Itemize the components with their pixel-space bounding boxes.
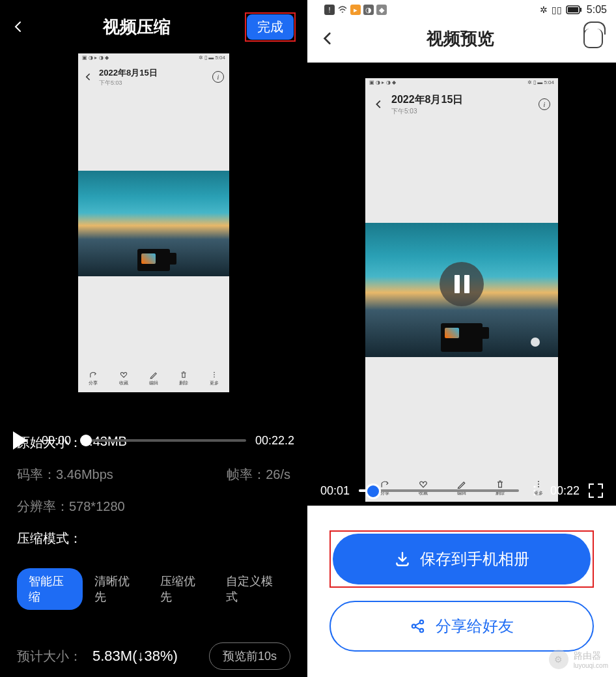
- duration: 00:22.2: [255, 434, 294, 448]
- share-icon: [410, 618, 427, 635]
- watermark: ⚙ 路由器 luyouqi.com: [549, 650, 608, 669]
- current-time: 00:01: [320, 484, 350, 498]
- svg-point-11: [533, 493, 535, 495]
- mode-clarity[interactable]: 清晰优先: [83, 568, 148, 610]
- info-icon: i: [212, 71, 224, 83]
- video-scrubber[interactable]: 00:00 00:22.2: [0, 431, 307, 450]
- page-title: 视频预览: [427, 27, 494, 50]
- estimate-value: 5.83M(↓38%): [92, 648, 178, 665]
- compress-mode-tabs: 智能压缩 清晰优先 压缩优先 自定义模式: [0, 562, 307, 616]
- svg-rect-5: [580, 8, 581, 12]
- more-icon[interactable]: [528, 484, 541, 497]
- download-icon: [394, 551, 411, 568]
- video-scrubber[interactable]: 00:01 00:22: [307, 483, 616, 498]
- fullscreen-icon[interactable]: [589, 483, 603, 498]
- svg-point-6: [538, 481, 539, 482]
- compress-mode-label: 压缩模式：: [17, 530, 82, 547]
- current-time: 00:00: [42, 434, 71, 448]
- svg-point-1: [214, 374, 215, 375]
- svg-point-2: [214, 376, 215, 377]
- mode-compress[interactable]: 压缩优先: [148, 568, 214, 610]
- duration: 00:22: [550, 484, 580, 498]
- video-preview-thumbnail[interactable]: ▣ ◑ ▸ ◑ ◆✲ ▯ ▬ 5:04 2022年8月15日 下午5:03 i …: [78, 53, 229, 392]
- svg-rect-4: [568, 7, 578, 12]
- info-icon: i: [539, 98, 550, 110]
- share-button[interactable]: 分享给好友: [329, 601, 594, 652]
- mode-smart[interactable]: 智能压缩: [17, 568, 83, 610]
- status-bar: ! ▸ ◑ ◆ ✲ ▯▯ 5:05: [307, 0, 616, 20]
- highlight-box-save: 保存到手机相册: [329, 530, 594, 588]
- home-icon[interactable]: [583, 29, 603, 48]
- pause-button[interactable]: [440, 262, 484, 306]
- done-button[interactable]: 完成: [247, 14, 294, 40]
- status-time: 5:05: [587, 4, 607, 16]
- back-icon[interactable]: [320, 30, 337, 47]
- page-title: 视频压缩: [103, 16, 171, 38]
- highlight-box-done: 完成: [245, 12, 296, 42]
- svg-point-10: [533, 489, 535, 491]
- preview-10s-button[interactable]: 预览前10s: [209, 642, 290, 670]
- mode-custom[interactable]: 自定义模式: [214, 568, 290, 610]
- svg-point-0: [214, 371, 215, 373]
- video-player[interactable]: ▣ ◑ ▸ ◑ ◆✲ ▯ ▬ 5:04 2022年8月15日 下午5:03 i …: [307, 63, 616, 506]
- back-icon[interactable]: [12, 18, 29, 35]
- play-icon[interactable]: [13, 431, 27, 450]
- estimate-label: 预计大小：: [17, 648, 82, 665]
- svg-point-9: [533, 485, 535, 487]
- save-to-album-button[interactable]: 保存到手机相册: [333, 534, 591, 584]
